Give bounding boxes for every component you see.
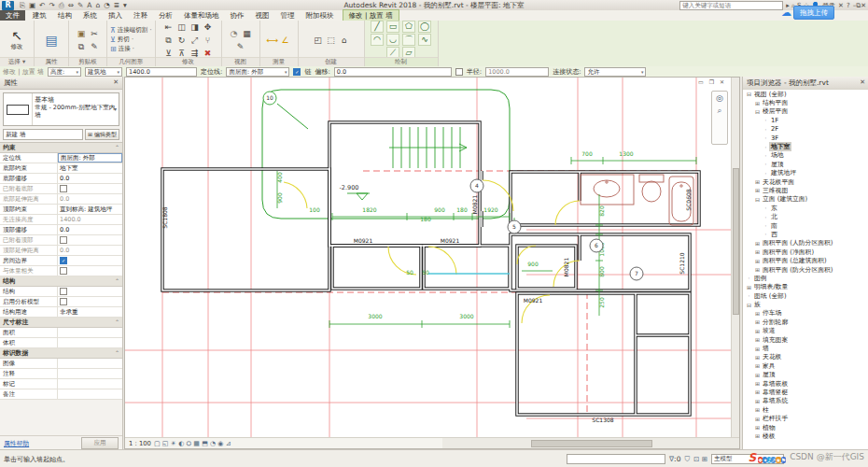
property-row[interactable]: 顶部约束直到标高: 建筑地坪 bbox=[0, 205, 122, 215]
tree-item-图例[interactable]: ·图例 bbox=[743, 274, 868, 282]
property-checkbox[interactable] bbox=[60, 267, 67, 275]
steering-wheel-icon[interactable]: ◎ bbox=[716, 93, 723, 103]
property-row[interactable]: 标记 bbox=[0, 379, 122, 389]
type-selector[interactable]: 基本墙 常规 - 200mm-别墅地下室内墙 ▾ bbox=[3, 92, 119, 126]
crop-region-icon[interactable]: ⬒ bbox=[202, 440, 210, 447]
hide-icon[interactable]: ◔ bbox=[229, 28, 240, 39]
visual-style-icon[interactable]: ◱ bbox=[162, 440, 171, 447]
sun-path-icon[interactable]: ☀ bbox=[171, 440, 179, 447]
split-icon[interactable]: ⑂ bbox=[203, 35, 214, 46]
plus-expander-icon[interactable]: ⊞ bbox=[754, 432, 761, 439]
reveal-hidden-icon[interactable]: ◉ bbox=[217, 440, 225, 447]
property-checkbox[interactable]: ✓ bbox=[60, 257, 67, 264]
property-row[interactable]: 顶部延伸距离0.0 bbox=[0, 246, 122, 256]
measure-line-icon[interactable]: ⟷ bbox=[267, 35, 278, 46]
cope-icon[interactable]: ⊼连接端切割 · bbox=[110, 26, 152, 35]
property-row[interactable]: 底部偏移0.0 bbox=[0, 174, 122, 184]
tab-插入[interactable]: 插入 bbox=[103, 10, 128, 21]
draw-spline-icon[interactable]: ∿ bbox=[418, 34, 431, 46]
tree-item-北[interactable]: ·北 bbox=[743, 212, 868, 220]
property-row[interactable]: 与体量相关 bbox=[0, 266, 122, 276]
tree-item-视图 (全部)[interactable]: ⊟视图 (全部) bbox=[743, 90, 868, 98]
match-type-icon[interactable]: ✎ bbox=[89, 41, 100, 52]
project-browser-header[interactable]: 项目浏览器 - 我的别墅.rvt ✕ bbox=[743, 77, 868, 90]
app-menu-button[interactable]: R bbox=[2, 1, 14, 10]
cut-icon[interactable]: ✂ bbox=[89, 28, 100, 39]
drag-upload-button[interactable]: 拖拽上传 bbox=[793, 6, 834, 20]
plus-expander-icon[interactable]: ⊞ bbox=[754, 258, 761, 264]
property-value[interactable] bbox=[58, 379, 122, 389]
property-value[interactable]: 1400.0 bbox=[58, 215, 122, 224]
create-panel-label[interactable]: 创建 bbox=[299, 57, 364, 66]
tree-item-1F[interactable]: ·1F bbox=[743, 116, 868, 124]
tree-item-楼层平面[interactable]: ⊟楼层平面 bbox=[743, 107, 868, 116]
detail-level-icon[interactable]: ▢ bbox=[154, 440, 162, 447]
thin-lines-icon[interactable]: ≣ bbox=[114, 0, 119, 10]
properties-header[interactable]: 属性 ✕ bbox=[0, 77, 122, 90]
plus-expander-icon[interactable]: ⊞ bbox=[754, 328, 761, 334]
tab-注释[interactable]: 注释 bbox=[128, 10, 153, 21]
plus-expander-icon[interactable]: ⊞ bbox=[754, 389, 761, 395]
draw-arc-center-icon[interactable]: ◡ bbox=[386, 34, 399, 46]
measure-panel-label[interactable]: 测量 bbox=[260, 57, 298, 66]
plus-expander-icon[interactable]: ⊞ bbox=[754, 424, 761, 431]
property-row[interactable]: 启用分析模型 bbox=[0, 297, 122, 307]
create-assembly-icon[interactable]: ⬚ bbox=[326, 35, 337, 46]
tree-item-面积平面 (总建筑面积)[interactable]: ⊞面积平面 (总建筑面积) bbox=[743, 256, 868, 264]
draw-panel-label[interactable]: 绘制 bbox=[365, 57, 438, 66]
minus-expander-icon[interactable]: ⊟ bbox=[754, 108, 761, 115]
plus-expander-icon[interactable]: ⊞ bbox=[754, 100, 761, 106]
property-value[interactable] bbox=[58, 266, 122, 276]
tree-item-场地[interactable]: ·场地 bbox=[743, 151, 868, 160]
create-similar-icon[interactable]: ⌂ bbox=[339, 35, 350, 46]
tree-item-建筑地坪[interactable]: ·建筑地坪 bbox=[743, 169, 868, 177]
tree-item-图纸 (全部)[interactable]: ·图纸 (全部) bbox=[743, 291, 868, 300]
menu-down-icon[interactable]: ▾ bbox=[123, 0, 127, 10]
tree-item-植物[interactable]: ⊞植物 bbox=[743, 423, 868, 432]
property-row[interactable]: 体积 bbox=[0, 338, 122, 348]
plus-expander-icon[interactable]: ⊞ bbox=[754, 416, 761, 422]
instance-selector[interactable]: 新建 墙 bbox=[3, 129, 83, 140]
properties-icon[interactable]: ▤ bbox=[37, 33, 65, 48]
minus-expander-icon[interactable]: ⊟ bbox=[746, 91, 752, 97]
crop-view-icon[interactable]: ▦ bbox=[193, 440, 202, 447]
tree-item-幕墙嵌板[interactable]: ⊞幕墙嵌板 bbox=[743, 379, 868, 388]
linework-icon[interactable]: ✎ bbox=[235, 41, 246, 52]
tab-系统[interactable]: 系统 bbox=[77, 10, 103, 21]
section-标识数据[interactable]: 标识数据⌃ bbox=[0, 348, 122, 359]
override-icon[interactable]: ▦ bbox=[242, 28, 253, 39]
draw-fillet-arc-icon[interactable]: ⌒ bbox=[402, 34, 415, 46]
plus-expander-icon[interactable]: ⊞ bbox=[754, 336, 761, 343]
zoom-region-icon[interactable]: ⌕ bbox=[717, 106, 721, 116]
height-level-select[interactable]: 建筑地▾ bbox=[85, 67, 122, 77]
print-icon[interactable]: ⎙ bbox=[59, 0, 64, 10]
tree-item-面积平面 (防火分区面积)[interactable]: ⊞面积平面 (防火分区面积) bbox=[743, 265, 868, 274]
height-value-input[interactable]: 1400.0 bbox=[126, 67, 197, 77]
tree-item-分割轮廓[interactable]: ⊞分割轮廓 bbox=[743, 318, 868, 326]
plus-expander-icon[interactable]: ⊞ bbox=[754, 354, 761, 361]
tree-item-面积平面 (净面积)[interactable]: ⊞面积平面 (净面积) bbox=[743, 248, 868, 256]
offset-input[interactable]: 0.0 bbox=[334, 67, 452, 77]
property-checkbox[interactable] bbox=[60, 298, 67, 305]
plus-expander-icon[interactable]: ⊞ bbox=[754, 398, 761, 404]
help-icon[interactable]: ? bbox=[847, 2, 850, 9]
measure-icon[interactable]: ⇔ bbox=[68, 0, 74, 10]
mirror-axis-icon[interactable]: ◫ bbox=[176, 21, 188, 33]
property-row[interactable]: 图像 bbox=[0, 359, 122, 369]
tree-item-三维视图[interactable]: ⊞三维视图 bbox=[743, 186, 868, 194]
plus-expander-icon[interactable]: ⊞ bbox=[746, 284, 752, 290]
property-row[interactable]: 备注 bbox=[0, 389, 122, 400]
tree-item-东[interactable]: ·东 bbox=[743, 204, 868, 212]
draw-arc-start-end-icon[interactable]: ◠ bbox=[371, 34, 384, 46]
tree-item-族[interactable]: ⊟族 bbox=[743, 300, 868, 308]
plus-expander-icon[interactable]: ⊞ bbox=[754, 380, 761, 387]
plus-expander-icon[interactable]: ⊞ bbox=[754, 346, 761, 352]
property-value[interactable] bbox=[58, 328, 122, 337]
tree-item-立面 (建筑立面)[interactable]: ⊟立面 (建筑立面) bbox=[743, 195, 868, 204]
view-window-buttons[interactable]: ▭ ❐ ✕ bbox=[698, 78, 726, 85]
rotate-icon[interactable]: ↻ bbox=[176, 35, 188, 46]
tree-item-楼板[interactable]: ⊞楼板 bbox=[743, 432, 868, 440]
property-value[interactable] bbox=[58, 338, 122, 347]
open-icon[interactable]: ⎘ bbox=[20, 0, 25, 10]
property-row[interactable]: 定位线面层面: 外部 bbox=[0, 153, 122, 163]
